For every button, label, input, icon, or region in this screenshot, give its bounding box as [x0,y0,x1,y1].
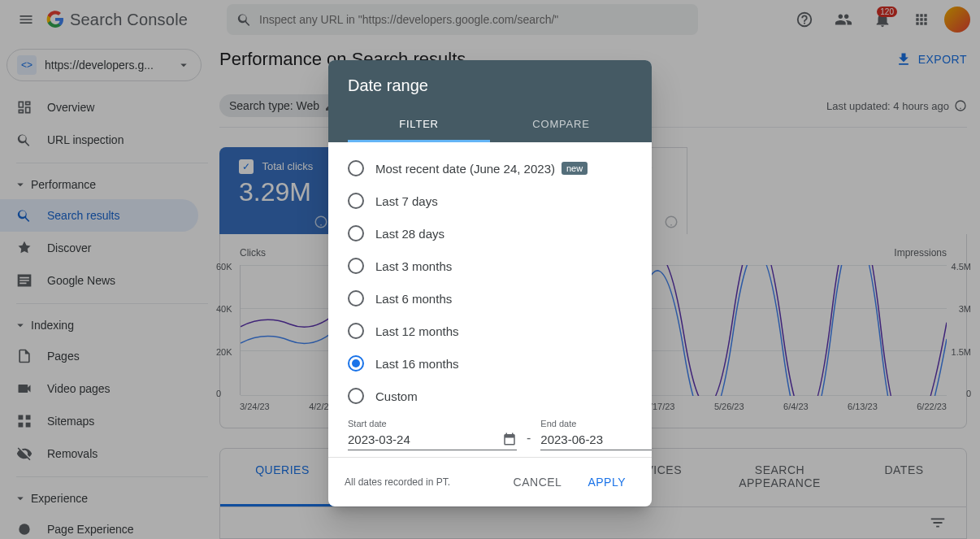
end-date-label: End date [540,419,652,428]
radio-icon [348,193,364,209]
new-badge: new [562,162,588,175]
end-date-input[interactable] [540,433,652,446]
radio-icon [348,323,364,339]
start-date-label: Start date [348,419,517,428]
radio-12-months[interactable]: Last 12 months [348,315,632,347]
radio-icon [348,160,364,176]
modal-body: Most recent date (June 24, 2023)new Last… [328,142,652,457]
radio-3-months[interactable]: Last 3 months [348,250,632,282]
start-date-input[interactable] [348,433,502,446]
date-inputs: Start date - End date [348,419,632,450]
radio-28-days[interactable]: Last 28 days [348,217,632,250]
date-range-modal: Date range FILTER COMPARE Most recent da… [328,60,652,506]
date-separator: - [527,431,531,450]
radio-custom[interactable]: Custom [348,380,632,412]
modal-header: Date range FILTER COMPARE [328,60,652,142]
radio-6-months[interactable]: Last 6 months [348,282,632,315]
radio-7-days[interactable]: Last 7 days [348,185,632,217]
radio-icon [348,225,364,241]
modal-title: Date range [348,76,632,95]
radio-icon [348,258,364,274]
radio-icon [348,388,364,404]
radio-icon [348,355,364,372]
footer-note: All dates recorded in PT. [345,476,450,488]
modal-footer: All dates recorded in PT. CANCEL APPLY [328,457,652,506]
radio-most-recent[interactable]: Most recent date (June 24, 2023)new [348,152,632,185]
cancel-button[interactable]: CANCEL [504,469,572,495]
radio-icon [348,290,364,306]
radio-16-months[interactable]: Last 16 months [348,347,632,380]
modal-tab-compare[interactable]: COMPARE [490,108,632,142]
modal-overlay[interactable]: Date range FILTER COMPARE Most recent da… [0,0,980,539]
apply-button[interactable]: APPLY [578,469,635,495]
calendar-icon[interactable] [502,432,517,446]
modal-tab-filter[interactable]: FILTER [348,108,490,142]
